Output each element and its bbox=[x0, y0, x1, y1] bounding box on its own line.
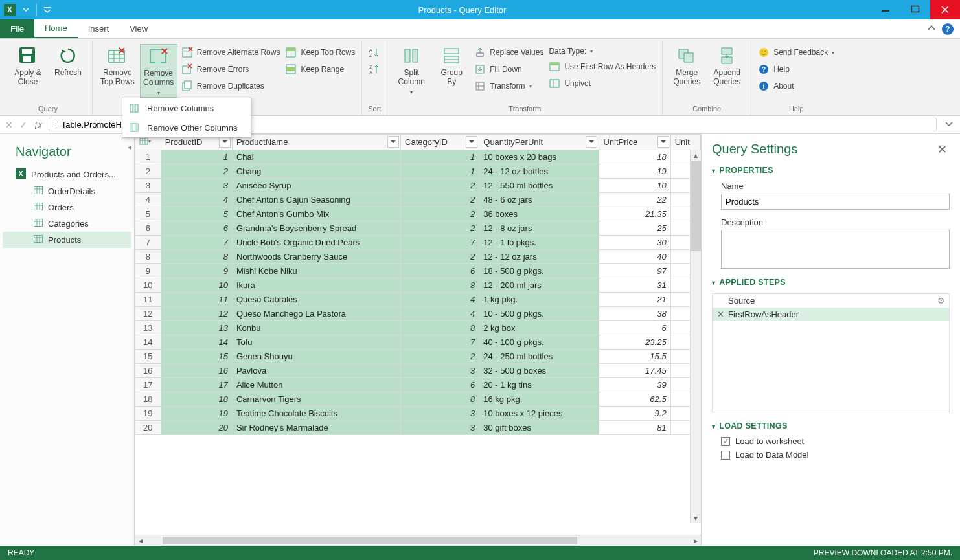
keep-range-button[interactable]: Keep Range bbox=[284, 62, 356, 76]
cell[interactable]: Chang bbox=[232, 164, 400, 179]
cell[interactable]: 2 bbox=[401, 193, 479, 207]
table-row[interactable]: 22Chang124 - 12 oz bottles19 bbox=[135, 164, 701, 179]
cell[interactable]: 10 boxes x 12 pieces bbox=[479, 407, 599, 421]
cell[interactable]: 48 - 6 oz jars bbox=[479, 193, 599, 207]
row-number[interactable]: 9 bbox=[135, 264, 161, 278]
about-button[interactable]: iAbout bbox=[757, 79, 836, 93]
cell[interactable]: 18 - 500 g pkgs. bbox=[479, 264, 599, 278]
cell[interactable]: Tofu bbox=[232, 335, 400, 350]
cell[interactable]: 39 bbox=[599, 378, 670, 392]
row-number[interactable]: 20 bbox=[135, 421, 161, 435]
cell[interactable]: 24 - 12 oz bottles bbox=[479, 164, 599, 179]
cell[interactable]: Chef Anton's Cajun Seasoning bbox=[232, 193, 400, 207]
cell[interactable]: 17.45 bbox=[599, 364, 670, 378]
cell[interactable]: 20 - 1 kg tins bbox=[479, 378, 599, 392]
qat-dropdown-icon[interactable] bbox=[19, 3, 32, 16]
cell[interactable]: Alice Mutton bbox=[232, 378, 400, 392]
cell[interactable]: 2 bbox=[401, 207, 479, 221]
row-number[interactable]: 1 bbox=[135, 150, 161, 164]
name-input[interactable] bbox=[721, 194, 950, 210]
row-number[interactable]: 2 bbox=[135, 164, 161, 179]
cell[interactable]: 10 bbox=[161, 278, 232, 293]
row-number[interactable]: 7 bbox=[135, 236, 161, 250]
cell[interactable]: 19 bbox=[599, 164, 670, 179]
cell[interactable]: 12 - 12 oz jars bbox=[479, 250, 599, 264]
cell[interactable]: 9 bbox=[161, 264, 232, 278]
qat-customize-icon[interactable] bbox=[41, 3, 54, 16]
cell[interactable]: 8 bbox=[161, 250, 232, 264]
cell[interactable]: 12 - 1 lb pkgs. bbox=[479, 236, 599, 250]
cell[interactable]: 38 bbox=[599, 307, 670, 321]
row-number[interactable]: 19 bbox=[135, 407, 161, 421]
sort-desc-button[interactable]: ZA bbox=[367, 62, 382, 76]
fx-icon[interactable]: ƒx bbox=[34, 120, 42, 129]
cell[interactable]: 2 bbox=[161, 164, 232, 179]
cell[interactable]: Aniseed Syrup bbox=[232, 179, 400, 193]
filter-dropdown-icon[interactable] bbox=[586, 136, 597, 148]
cell[interactable]: 8 bbox=[401, 278, 479, 293]
navigator-item-categories[interactable]: Categories bbox=[3, 216, 131, 232]
scroll-up-icon[interactable]: ▴ bbox=[691, 150, 701, 161]
file-tab[interactable]: File bbox=[0, 19, 34, 38]
close-button[interactable] bbox=[930, 0, 960, 19]
row-number[interactable]: 14 bbox=[135, 335, 161, 350]
cell[interactable]: 1 bbox=[401, 150, 479, 164]
filter-dropdown-icon[interactable] bbox=[466, 136, 477, 148]
table-row[interactable]: 55Chef Anton's Gumbo Mix236 boxes21.35 bbox=[135, 207, 701, 221]
cell[interactable]: Genen Shouyu bbox=[232, 350, 400, 364]
column-header-productname[interactable]: ProductName bbox=[232, 135, 400, 150]
sort-asc-button[interactable]: AZ bbox=[367, 45, 382, 60]
scroll-left-icon[interactable]: ◂ bbox=[135, 535, 146, 546]
scroll-down-icon[interactable]: ▾ bbox=[691, 512, 701, 523]
navigator-collapse-icon[interactable]: ◂ bbox=[124, 135, 135, 159]
cell[interactable]: 12 - 550 ml bottles bbox=[479, 179, 599, 193]
cell[interactable]: 10 bbox=[599, 179, 670, 193]
data-type-button[interactable]: Data Type: ▾ bbox=[547, 45, 657, 57]
row-number[interactable]: 17 bbox=[135, 378, 161, 392]
settings-close-icon[interactable]: ✕ bbox=[935, 142, 950, 157]
cell[interactable]: 81 bbox=[599, 421, 670, 435]
applied-steps-toggle[interactable]: ▾APPLIED STEPS bbox=[712, 278, 950, 287]
cell[interactable]: 7 bbox=[401, 236, 479, 250]
table-row[interactable]: 33Aniseed Syrup212 - 550 ml bottles10 bbox=[135, 179, 701, 193]
cell[interactable]: 15.5 bbox=[599, 350, 670, 364]
row-number[interactable]: 15 bbox=[135, 350, 161, 364]
first-row-headers-button[interactable]: Use First Row As Headers bbox=[547, 60, 657, 74]
cell[interactable]: 6 bbox=[401, 378, 479, 392]
table-row[interactable]: 88Northwoods Cranberry Sauce212 - 12 oz … bbox=[135, 250, 701, 264]
cell[interactable]: 2 bbox=[401, 221, 479, 236]
row-number[interactable]: 8 bbox=[135, 250, 161, 264]
table-row[interactable]: 1818Carnarvon Tigers816 kg pkg.62.5 bbox=[135, 392, 701, 407]
help-icon[interactable]: ? bbox=[942, 23, 954, 35]
table-row[interactable]: 1010Ikura812 - 200 ml jars31 bbox=[135, 278, 701, 293]
cell[interactable]: 24 - 250 ml bottles bbox=[479, 350, 599, 364]
table-row[interactable]: 2020Sir Rodney's Marmalade330 gift boxes… bbox=[135, 421, 701, 435]
table-row[interactable]: 1111Queso Cabrales41 kg pkg.21 bbox=[135, 293, 701, 307]
column-header-categoryid[interactable]: CategoryID bbox=[401, 135, 479, 150]
table-row[interactable]: 44Chef Anton's Cajun Seasoning248 - 6 oz… bbox=[135, 193, 701, 207]
cell[interactable]: Chai bbox=[232, 150, 400, 164]
cell[interactable]: 25 bbox=[599, 221, 670, 236]
cell[interactable]: 21.35 bbox=[599, 207, 670, 221]
navigator-root[interactable]: X Products and Orders.... bbox=[3, 166, 131, 183]
cell[interactable]: 22 bbox=[599, 193, 670, 207]
row-number[interactable]: 10 bbox=[135, 278, 161, 293]
formula-expand-icon[interactable] bbox=[943, 120, 955, 129]
cell[interactable]: 2 bbox=[401, 250, 479, 264]
cell[interactable]: 9.2 bbox=[599, 407, 670, 421]
row-number[interactable]: 6 bbox=[135, 221, 161, 236]
home-tab[interactable]: Home bbox=[34, 19, 78, 38]
cell[interactable]: 4 bbox=[401, 293, 479, 307]
cell[interactable]: 13 bbox=[161, 321, 232, 335]
transform-menu-button[interactable]: Transform ▾ bbox=[473, 79, 545, 93]
cell[interactable]: Uncle Bob's Organic Dried Pears bbox=[232, 236, 400, 250]
remove-duplicates-button[interactable]: Remove Duplicates bbox=[180, 79, 282, 93]
cell[interactable]: Carnarvon Tigers bbox=[232, 392, 400, 407]
cell[interactable]: 8 bbox=[401, 321, 479, 335]
cell[interactable]: 30 bbox=[599, 236, 670, 250]
cell[interactable]: 6 bbox=[401, 264, 479, 278]
cell[interactable]: 10 boxes x 20 bags bbox=[479, 150, 599, 164]
applied-step-source[interactable]: Source⚙ bbox=[713, 294, 949, 308]
row-number[interactable]: 5 bbox=[135, 207, 161, 221]
unpivot-button[interactable]: Unpivot bbox=[547, 76, 657, 91]
